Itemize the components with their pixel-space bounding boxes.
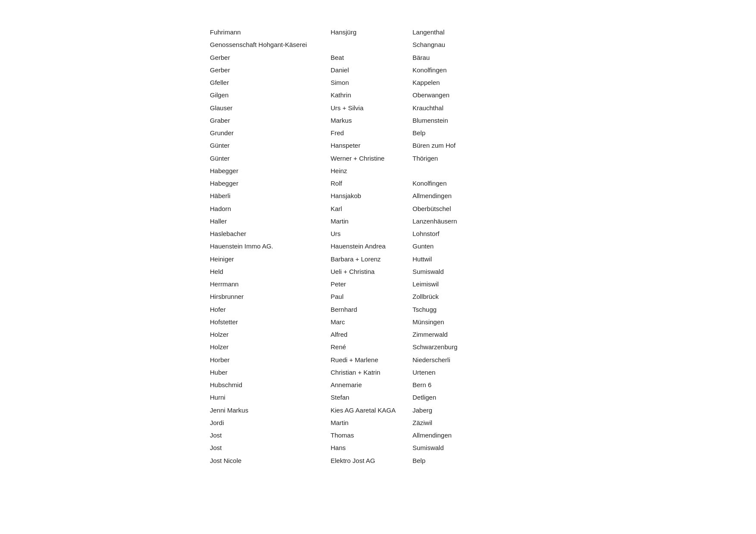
table-row: JostHansSumiswald (210, 441, 546, 454)
city: Langenthal (412, 27, 499, 37)
table-row: HabeggerHeinz (210, 165, 546, 177)
city: Urtenen (412, 367, 499, 377)
last-name: Haller (210, 216, 331, 226)
first-name: Ueli + Christina (331, 267, 412, 276)
table-row: HeldUeli + ChristinaSumiswald (210, 265, 546, 278)
table-row: GilgenKathrinOberwangen (210, 89, 546, 101)
last-name: Grunder (210, 128, 331, 138)
last-name: Günter (210, 140, 331, 150)
city: Detligen (412, 392, 499, 402)
first-name: Heinz (331, 166, 412, 176)
city: Huttwil (412, 254, 499, 264)
city (412, 166, 499, 176)
first-name: Elektro Jost AG (331, 456, 412, 466)
table-row: GerberBeatBärau (210, 51, 546, 64)
last-name: Gfeller (210, 78, 331, 87)
first-name: Annemarie (331, 380, 412, 390)
city: Blumenstein (412, 115, 499, 125)
last-name: Hirsbrunner (210, 292, 331, 301)
table-row: Jost NicoleElektro Jost AGBelp (210, 454, 546, 467)
last-name: Gerber (210, 65, 331, 75)
city: Münsingen (412, 317, 499, 327)
last-name: Hofer (210, 304, 331, 314)
table-row: Genossenschaft Hohgant-KäsereiSchangnau (210, 38, 546, 51)
last-name: Habegger (210, 178, 331, 188)
first-name: Hansjakob (331, 191, 412, 201)
first-name: Bernhard (331, 304, 412, 314)
last-name: Hauenstein Immo AG. (210, 241, 331, 251)
first-name: Hans (331, 443, 412, 453)
table-row: FuhrimannHansjürgLangenthal (210, 26, 546, 38)
city: Krauchthal (412, 103, 499, 113)
last-name: Hubschmid (210, 380, 331, 390)
table-row: HolzerRenéSchwarzenburg (210, 341, 546, 353)
table-row: GrunderFredBelp (210, 127, 546, 139)
first-name: Thomas (331, 430, 412, 440)
first-name: Kies AG Aaretal KAGA (331, 405, 412, 415)
last-name: Hurni (210, 392, 331, 402)
city: Sumiswald (412, 267, 499, 276)
city: Lohnstorf (412, 229, 499, 239)
city: Allmendingen (412, 191, 499, 201)
city: Schwarzenburg (412, 342, 499, 352)
first-name: Rolf (331, 178, 412, 188)
city: Oberbütschel (412, 204, 499, 214)
city: Zollbrück (412, 292, 499, 301)
first-name: Martin (331, 216, 412, 226)
last-name: Horber (210, 355, 331, 365)
first-name: Barbara + Lorenz (331, 254, 412, 264)
city: Allmendingen (412, 430, 499, 440)
first-name: Werner + Christine (331, 153, 412, 163)
last-name: Herrmann (210, 279, 331, 289)
city: Büren zum Hof (412, 140, 499, 150)
city: Leimiswil (412, 279, 499, 289)
table-row: HolzerAlfredZimmerwald (210, 328, 546, 341)
last-name: Jost Nicole (210, 456, 331, 466)
last-name: Jost (210, 430, 331, 440)
first-name (331, 40, 412, 50)
first-name: Hanspeter (331, 140, 412, 150)
first-name: Simon (331, 78, 412, 87)
city: Zimmerwald (412, 329, 499, 339)
last-name: Günter (210, 153, 331, 163)
last-name: Heiniger (210, 254, 331, 264)
last-name: Glauser (210, 103, 331, 113)
first-name: Peter (331, 279, 412, 289)
table-row: HurniStefanDetligen (210, 391, 546, 404)
city: Oberwangen (412, 90, 499, 100)
city: Thörigen (412, 153, 499, 163)
table-row: GünterWerner + ChristineThörigen (210, 152, 546, 165)
city: Bern 6 (412, 380, 499, 390)
city: Zäziwil (412, 418, 499, 428)
first-name: Marc (331, 317, 412, 327)
city: Belp (412, 456, 499, 466)
first-name: Hauenstein Andrea (331, 241, 412, 251)
first-name: Karl (331, 204, 412, 214)
table-row: GlauserUrs + SilviaKrauchthal (210, 102, 546, 114)
city: Belp (412, 128, 499, 138)
table-row: Hauenstein Immo AG.Hauenstein AndreaGunt… (210, 240, 546, 252)
city: Kappelen (412, 78, 499, 87)
last-name: Hadorn (210, 204, 331, 214)
city: Konolfingen (412, 65, 499, 75)
table-row: HadornKarlOberbütschel (210, 202, 546, 215)
first-name: Urs + Silvia (331, 103, 412, 113)
table-row: GünterHanspeterBüren zum Hof (210, 139, 546, 152)
table-row: HaslebacherUrsLohnstorf (210, 227, 546, 240)
table-row: JostThomasAllmendingen (210, 429, 546, 441)
last-name: Habegger (210, 166, 331, 176)
last-name: Häberli (210, 191, 331, 201)
table-row: JordiMartinZäziwil (210, 416, 546, 429)
table-row: HofstetterMarcMünsingen (210, 316, 546, 328)
first-name: Beat (331, 53, 412, 62)
last-name: Genossenschaft Hohgant-Käserei (210, 40, 331, 50)
city: Jaberg (412, 405, 499, 415)
city: Schangnau (412, 40, 499, 50)
table-row: GfellerSimonKappelen (210, 76, 546, 89)
table-row: Jenni MarkusKies AG Aaretal KAGAJaberg (210, 404, 546, 416)
first-name: Martin (331, 418, 412, 428)
table-row: HorberRuedi + MarleneNiederscherli (210, 354, 546, 366)
first-name: Hansjürg (331, 27, 412, 37)
last-name: Gilgen (210, 90, 331, 100)
last-name: Hofstetter (210, 317, 331, 327)
